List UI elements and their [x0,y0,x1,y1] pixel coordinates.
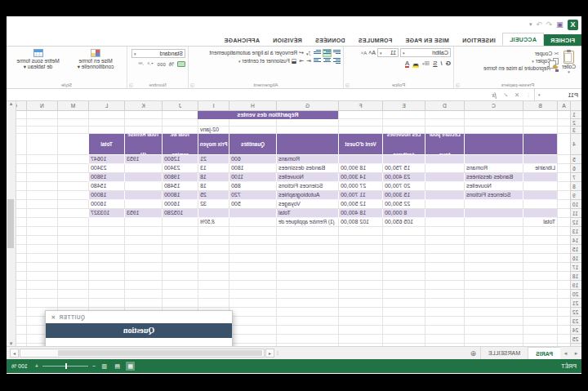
grid-cell-B17[interactable] [523,263,557,272]
grid-cell-A8[interactable] [557,182,570,191]
grid-cell-J16[interactable] [162,254,198,263]
grid-cell-J3[interactable] [162,127,198,134]
grid-cell-B10[interactable] [523,200,557,209]
grid-cell-F21[interactable] [338,299,382,308]
grid-cell-N11[interactable] [26,209,57,218]
grid-cell-I14[interactable] [198,236,229,245]
grid-cell-G11[interactable]: Total [276,209,338,218]
grid-cell-J14[interactable] [162,236,198,245]
grid-cell-I2[interactable] [198,119,229,127]
grid-cell-J19[interactable] [162,281,198,290]
format-painter-button[interactable]: Reproduire la mise en forme [483,65,559,72]
ribbon-tab-accueil[interactable]: ACCUEIL [502,33,544,46]
grid-cell-J4[interactable]: Total av. remise [162,134,198,155]
grid-cell-C24[interactable] [464,326,523,335]
dialog-launcher-icon[interactable]: ◲ [129,82,133,87]
grid-cell-J2[interactable] [162,119,198,127]
grid-cell-I12[interactable]: 8,50% [198,218,229,227]
insert-function-icon[interactable]: fx [488,89,500,100]
grid-cell-F12[interactable]: 102 800,00 [338,218,382,227]
grid-cell-A3[interactable] [557,127,570,134]
grid-cell-E23[interactable] [382,317,425,326]
grid-cell-B4[interactable] [523,134,557,155]
name-box-splitter[interactable]: ⋮ [523,89,534,100]
column-header-E[interactable]: E [382,101,425,111]
grid-cell-A26[interactable] [557,344,570,346]
grid-cell-D26[interactable] [425,344,464,346]
grid-cell-C15[interactable] [464,245,523,254]
grid-cell-J6[interactable]: 23400 [162,164,198,173]
grid-cell-B19[interactable] [523,281,557,290]
grid-cell-K10[interactable] [124,200,162,209]
grid-cell-G4[interactable] [276,134,338,155]
grid-cell-F25[interactable] [338,335,382,344]
grid-cell-H19[interactable] [229,281,276,290]
row-header-19[interactable]: 19 [570,281,581,290]
grid-cell-C6[interactable]: Romans [464,164,523,173]
grid-cell-J13[interactable] [162,227,198,236]
grid-cell-K15[interactable] [124,245,162,254]
grid-cell-M13[interactable] [57,227,88,236]
new-sheet-icon[interactable]: ⊕ [467,347,480,359]
grid-cell-E12[interactable]: 105 650,00 [382,218,425,227]
grid-cell-L10[interactable]: 16000 [88,200,124,209]
grid-cell-L7[interactable]: 19800 [88,173,124,182]
grid-cell-K19[interactable] [124,281,162,290]
grid-cell-J10[interactable]: 16000 [162,200,198,209]
grid-cell-A17[interactable] [557,263,570,272]
sheet-next-icon[interactable]: ▸ [560,347,571,359]
grid-cell-B13[interactable] [523,227,557,236]
grid-cell-K21[interactable] [124,299,162,308]
grid-cell-A18[interactable] [557,272,570,281]
row-header-25[interactable]: 25 [570,335,581,344]
grid-cell-L2[interactable] [88,119,124,127]
column-header-I[interactable]: I [198,101,229,111]
grid-cell-B8[interactable] [523,182,557,191]
grid-cell-G7[interactable]: Nouvelles [276,173,338,182]
column-header-H[interactable]: H [229,101,276,111]
grid-cell-G15[interactable] [276,245,338,254]
grid-cell-A10[interactable] [557,200,570,209]
grid-cell-D20[interactable] [425,290,464,299]
grid-cell-E22[interactable] [382,308,425,317]
grid-cell-G24[interactable] [276,326,338,335]
grid-cell-H22[interactable] [229,308,276,317]
grid-cell-E7[interactable]: 23 400,00 [382,173,425,182]
grid-cell-A15[interactable] [557,245,570,254]
grid-cell-L5[interactable]: 10647 [88,155,124,164]
grid-cell-H8[interactable]: 860 [229,182,276,191]
column-header-N[interactable]: N [26,101,57,111]
grid-cell-E17[interactable] [382,263,425,272]
font-size-combo[interactable]: 11▾ [377,48,399,57]
grid-cell-H16[interactable] [229,254,276,263]
grid-cell-F5[interactable] [338,155,382,164]
align-middle-icon[interactable] [323,50,331,56]
grid-cell-F20[interactable] [338,290,382,299]
grid-cell-J18[interactable] [162,272,198,281]
grid-cell-G22[interactable] [276,308,338,317]
grid-cell-B2[interactable] [523,119,557,127]
grid-cell-D13[interactable] [425,227,464,236]
grid-cell-C22[interactable] [464,308,523,317]
grid-cell-G14[interactable] [276,236,338,245]
grid-cell-G20[interactable] [276,290,338,299]
grid-cell-J5[interactable]: 12600 [162,155,198,164]
grid-cell-G8[interactable]: Sciences Fictions [276,182,338,191]
grid-cell-G3[interactable] [276,127,338,134]
grid-cell-J15[interactable] [162,245,198,254]
grid-cell-M2[interactable] [57,119,88,127]
grid-cell-D16[interactable] [425,254,464,263]
zoom-level[interactable]: 100 % [11,363,31,369]
close-icon[interactable]: ✕ [51,314,56,321]
name-box[interactable]: P11▾ [534,89,581,100]
grid-cell-D1[interactable] [425,111,464,119]
grid-cell-D4[interactable]: Lecture pour tous [425,134,464,155]
grid-cell-E5[interactable] [382,155,425,164]
grid-cell-I7[interactable]: 18 [198,173,229,182]
grid-cell-M10[interactable] [57,200,88,209]
grid-cell-B7[interactable] [523,173,557,182]
grid-cell-K16[interactable] [124,254,162,263]
grid-cell-M17[interactable] [57,263,88,272]
grid-cell-M9[interactable] [57,191,88,200]
qat-customize-icon[interactable]: ▾ [528,21,532,28]
